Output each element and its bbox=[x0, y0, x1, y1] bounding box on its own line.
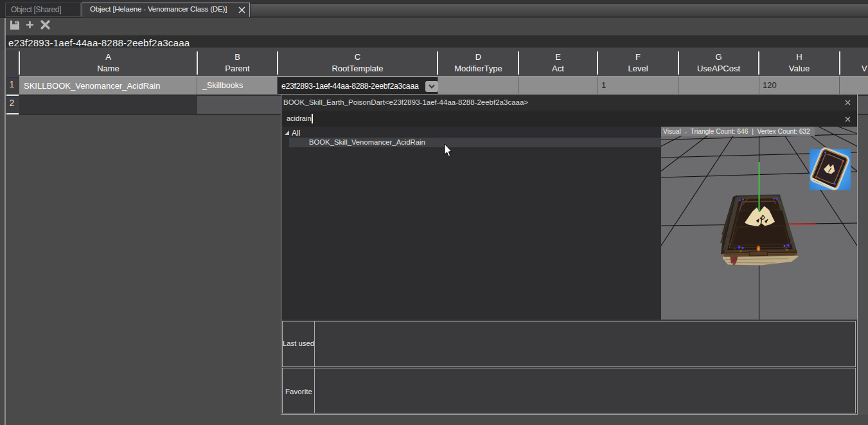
svg-text:Visual - Triangle Count: 646: Visual - Triangle Count: 646 | Vertex Co… bbox=[663, 128, 810, 135]
